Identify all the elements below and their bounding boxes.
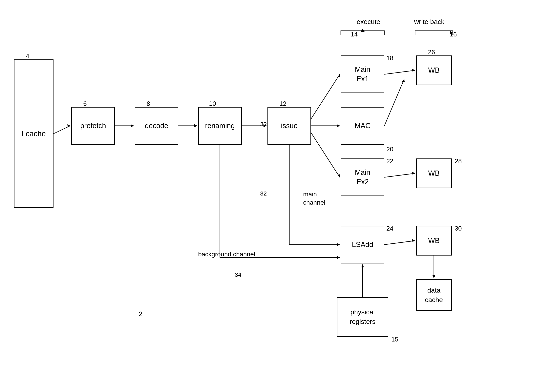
svg-line-8 bbox=[311, 74, 340, 119]
issue-box: issue bbox=[268, 107, 311, 145]
icache-label: I cache bbox=[21, 130, 46, 138]
lsadd-ref: 24 bbox=[386, 225, 394, 232]
mac-box: MAC bbox=[341, 107, 384, 145]
prefetch-box: prefetch bbox=[71, 107, 115, 145]
decode-box: decode bbox=[135, 107, 178, 145]
ref14-label: 14 bbox=[351, 31, 358, 38]
mainex2-ref: 22 bbox=[386, 157, 394, 165]
mac-ref: 20 bbox=[386, 146, 394, 153]
svg-marker-1 bbox=[67, 124, 70, 127]
wb1-label: WB bbox=[428, 66, 440, 75]
physreg-box: physicalregisters bbox=[337, 297, 388, 337]
svg-marker-9 bbox=[337, 74, 340, 77]
svg-line-12 bbox=[311, 133, 340, 177]
svg-line-0 bbox=[54, 126, 70, 134]
svg-marker-3 bbox=[131, 124, 134, 127]
issue-label: issue bbox=[281, 122, 298, 130]
lsadd-box: LSAdd bbox=[341, 226, 384, 263]
ref34-label: 34 bbox=[235, 271, 241, 278]
datacache-label: datacache bbox=[425, 286, 443, 304]
physreg-label: physicalregisters bbox=[350, 308, 375, 326]
mainex2-box: MainEx2 bbox=[341, 158, 384, 196]
svg-marker-11 bbox=[337, 124, 340, 127]
prefetch-ref: 6 bbox=[83, 100, 87, 107]
svg-marker-25 bbox=[412, 172, 415, 175]
wb1-ref: 26 bbox=[428, 49, 435, 56]
ref16-label: 16 bbox=[450, 31, 457, 38]
mac-label: MAC bbox=[355, 122, 371, 130]
wb2-ref: 28 bbox=[455, 157, 462, 165]
wb3-box: WB bbox=[416, 226, 452, 256]
decode-label: decode bbox=[145, 122, 168, 130]
svg-marker-16 bbox=[337, 243, 340, 246]
svg-marker-13 bbox=[337, 174, 340, 177]
bgchannel-label: background channel bbox=[198, 251, 255, 258]
prefetch-label: prefetch bbox=[80, 122, 106, 130]
lsadd-label: LSAdd bbox=[352, 240, 373, 249]
svg-marker-32 bbox=[361, 29, 365, 32]
mainex1-ref: 18 bbox=[386, 55, 394, 62]
physreg-ref: 15 bbox=[391, 336, 398, 343]
mainex1-label: MainEx1 bbox=[355, 65, 370, 84]
datacache-box: datacache bbox=[416, 279, 452, 311]
wb2-label: WB bbox=[428, 169, 440, 177]
svg-marker-21 bbox=[412, 69, 415, 71]
wb3-ref: 30 bbox=[455, 225, 462, 232]
mainchannel-label: mainchannel bbox=[303, 190, 325, 207]
svg-marker-19 bbox=[337, 256, 340, 259]
renaming-box: renaming bbox=[198, 107, 242, 145]
svg-line-24 bbox=[384, 173, 415, 177]
renaming-ref: 10 bbox=[209, 100, 216, 107]
execute-label: execute bbox=[357, 18, 380, 26]
diagram-ref: 2 bbox=[139, 310, 142, 318]
svg-marker-27 bbox=[412, 239, 415, 242]
svg-marker-29 bbox=[432, 275, 435, 278]
wb3-label: WB bbox=[428, 237, 440, 245]
diagram: I cache 4 prefetch 6 decode 8 renaming 1… bbox=[0, 0, 550, 392]
icache-ref: 4 bbox=[26, 52, 29, 60]
svg-line-26 bbox=[384, 241, 415, 245]
issue-ref: 12 bbox=[279, 100, 287, 107]
svg-marker-23 bbox=[402, 79, 405, 82]
renaming-label: renaming bbox=[205, 122, 235, 130]
arrows-svg bbox=[0, 0, 550, 392]
mainex1-box: MainEx1 bbox=[341, 56, 384, 93]
mainex2-label: MainEx2 bbox=[355, 168, 370, 187]
svg-marker-5 bbox=[194, 124, 197, 127]
ref32a-label: 32 bbox=[260, 121, 267, 127]
decode-ref: 8 bbox=[147, 100, 150, 107]
icache-box: I cache bbox=[14, 59, 54, 208]
writeback-label: write back bbox=[414, 18, 444, 26]
svg-line-22 bbox=[384, 79, 404, 126]
ref32b-label: 32 bbox=[260, 190, 267, 197]
svg-line-20 bbox=[384, 70, 415, 74]
svg-marker-31 bbox=[361, 265, 364, 267]
wb2-box: WB bbox=[416, 158, 452, 188]
wb1-box: WB bbox=[416, 56, 452, 85]
